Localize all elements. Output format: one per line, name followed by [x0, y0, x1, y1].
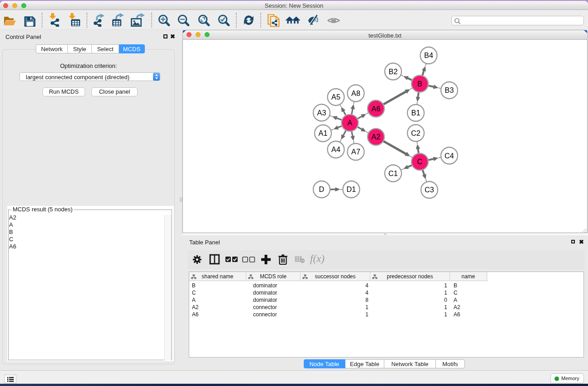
svg-text:C2: C2	[411, 129, 421, 137]
svg-text:C1: C1	[388, 169, 398, 177]
svg-text:C3: C3	[425, 186, 434, 194]
svg-text:A8: A8	[351, 89, 360, 97]
svg-text:B4: B4	[424, 51, 433, 59]
svg-text:A6: A6	[372, 105, 381, 113]
svg-text:C: C	[417, 157, 423, 166]
svg-text:D1: D1	[347, 185, 356, 193]
svg-text:A7: A7	[351, 148, 360, 156]
svg-text:A: A	[348, 119, 353, 127]
svg-text:B3: B3	[445, 86, 454, 94]
svg-text:B: B	[417, 80, 422, 88]
svg-text:A4: A4	[331, 145, 340, 153]
svg-text:B1: B1	[411, 109, 421, 117]
svg-text:A2: A2	[372, 133, 381, 141]
svg-text:A3: A3	[317, 109, 326, 117]
svg-text:B2: B2	[389, 67, 398, 76]
svg-text:C4: C4	[445, 152, 454, 160]
svg-text:A5: A5	[331, 93, 340, 101]
svg-text:D: D	[319, 185, 325, 193]
svg-text:A1: A1	[319, 129, 328, 137]
